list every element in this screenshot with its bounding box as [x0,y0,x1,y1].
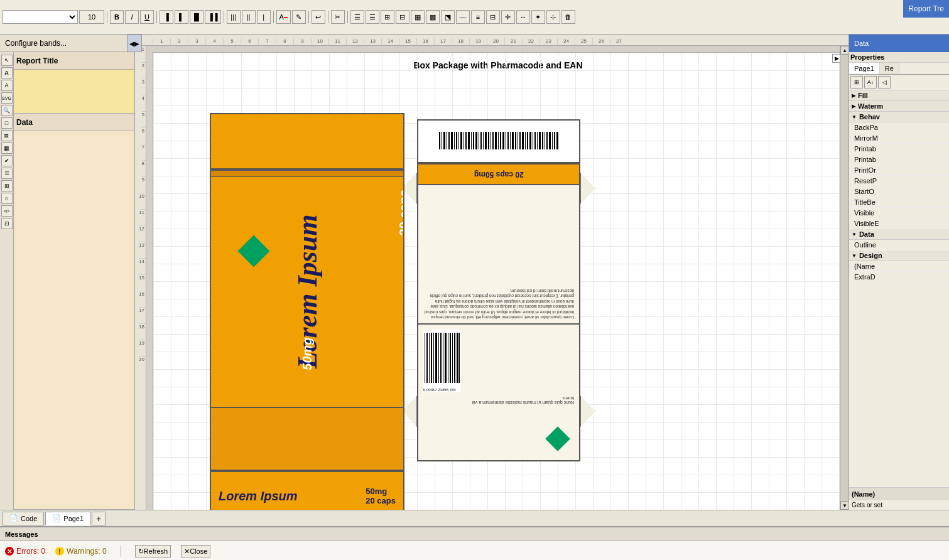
column3[interactable]: | [257,10,271,24]
props-collapse-btn[interactable]: ◁ [878,76,891,89]
svg-rect-18 [480,132,482,149]
watermark-group-header[interactable]: ▶ Waterm [849,101,949,112]
box-bottom-flap: Lorem Ipsum 50mg 20 caps [210,471,404,510]
ruler-h-26: 26 [592,38,610,45]
tool-check[interactable]: ✔ [1,155,13,166]
tool-grid[interactable]: ⊞ [1,180,13,191]
design-group-header[interactable]: ▼ Design [849,250,949,261]
tb2[interactable]: ☰ [366,10,379,24]
tb11[interactable]: ✛ [501,10,515,24]
tool-text-a[interactable]: A [1,80,13,91]
props-visible: Visible [849,208,949,218]
ruler-v-3: 3 [142,78,146,95]
tb6[interactable]: ▩ [426,10,440,24]
tool-svg[interactable]: SVG [1,92,13,104]
report-title-band-header: Report Title [14,52,134,70]
scroll-down-arrow[interactable]: ▼ [840,501,849,510]
tb4[interactable]: ⊟ [396,10,409,24]
ruler-h-11: 11 [328,38,346,45]
tool-rect[interactable]: □ [1,117,13,129]
align-justify[interactable]: ▐▐ [205,10,221,24]
tool-lines[interactable]: ☰ [1,168,13,179]
tb13[interactable]: ✦ [531,10,545,24]
data-band-content[interactable] [14,131,134,510]
tb14[interactable]: ⊹ [546,10,560,24]
behavior-group-header[interactable]: ▼ Behav [849,112,949,122]
font-dropdown[interactable] [3,10,78,24]
report-title-band-content[interactable] [14,70,134,114]
align-left[interactable]: ▐ [160,10,173,24]
tool-circle[interactable]: ○ [1,193,13,204]
configure-bands-btn[interactable]: Configure bands... [0,35,134,52]
page1-icon: 📄 [52,514,61,522]
vertical-scrollbar[interactable]: ▲ ▼ [840,46,849,510]
column2[interactable]: || [242,10,256,24]
collapse-left-arrow[interactable]: ◀▶ [127,35,142,52]
svg-rect-20 [485,132,487,149]
align-center[interactable]: ▌ [175,10,188,24]
tb10[interactable]: ⊟ [486,10,500,24]
tab-page1[interactable]: 📄 Page1 [45,512,90,525]
italic-button[interactable]: I [125,10,139,24]
scroll-up-arrow[interactable]: ▲ [840,46,849,55]
ruler-h-23: 23 [540,38,557,45]
add-tab-button[interactable]: + [92,512,106,525]
tb12[interactable]: ↔ [516,10,530,24]
tool-table[interactable]: ▦ [1,143,13,154]
underline-button[interactable]: U [140,10,154,24]
canvas-scroll-area[interactable]: ▶ Box Package with Pharmacode and EAN [146,46,840,510]
svg-rect-27 [502,132,504,149]
refresh-button[interactable]: ↻ Refresh [135,545,171,557]
tabs-bar: 📄 Code 📄 Page1 + [0,510,949,526]
props-grid-btn[interactable]: ⊞ [850,76,863,89]
tool-zoom[interactable]: 🔍 [1,105,13,116]
tool-image[interactable]: 🖼 [1,130,13,141]
tb9[interactable]: ≡ [471,10,485,24]
tab-code[interactable]: 📄 Code [3,512,44,525]
tab-report[interactable]: Re [880,63,899,74]
tool-cursor[interactable]: ↖ [1,55,13,66]
svg-rect-40 [534,132,536,149]
svg-rect-55 [433,333,434,383]
column-mode[interactable]: ||| [227,10,241,24]
fill-group-header[interactable]: ▶ Fill [849,90,949,101]
text-color[interactable]: A▬ [276,10,291,24]
svg-rect-36 [525,132,526,149]
tb1[interactable]: ☰ [350,10,364,24]
bold-button[interactable]: B [110,10,124,24]
align-right[interactable]: █ [190,10,203,24]
ruler-h-18: 18 [452,38,469,45]
scroll-track[interactable] [840,55,849,501]
sep1 [107,11,107,23]
box-front-face: Lorem Ipsum 50mg 20 caps [210,170,404,471]
tool-code[interactable]: </> [1,205,13,217]
box-side-text-area: Lorem ipsum dolor sit amet, consectetur … [417,185,580,323]
tb7[interactable]: ⬔ [441,10,455,24]
svg-rect-32 [515,132,516,149]
props-sort-btn[interactable]: A↓ [864,76,877,89]
sep2 [156,11,157,23]
svg-rect-64 [454,333,455,383]
ruler-h-9: 9 [293,38,311,45]
tb5[interactable]: ▦ [411,10,425,24]
svg-rect-9 [458,132,459,149]
ruler-v-10: 10 [139,193,146,209]
tb15[interactable]: 🗑 [561,10,575,24]
tool-text-A[interactable]: A [1,67,13,78]
messages-area: Messages ✕ Errors: 0 ! Warnings: 0 ↻ Ref… [0,526,949,560]
toolbar-size[interactable]: 10 [79,10,104,24]
page-indicator[interactable]: ▶ [832,54,840,63]
undo-button[interactable]: ↩ [312,10,325,24]
data-group-header[interactable]: ▼ Data [849,229,949,240]
tb3[interactable]: ⊞ [381,10,394,24]
tb8[interactable]: — [456,10,470,24]
tool-barcode[interactable]: ⊡ [1,218,13,229]
close-button[interactable]: ✕ Close [181,545,210,557]
data-section-header: Data [849,35,949,52]
report-tree-tab[interactable]: Report Tre [903,0,949,18]
tab-page1[interactable]: Page1 [849,63,880,74]
ruler-h-14: 14 [381,38,399,45]
highlight-color[interactable]: ✎ [292,10,306,24]
misc1[interactable]: ✂ [331,10,345,24]
design-arrow-icon: ▼ [852,253,857,259]
